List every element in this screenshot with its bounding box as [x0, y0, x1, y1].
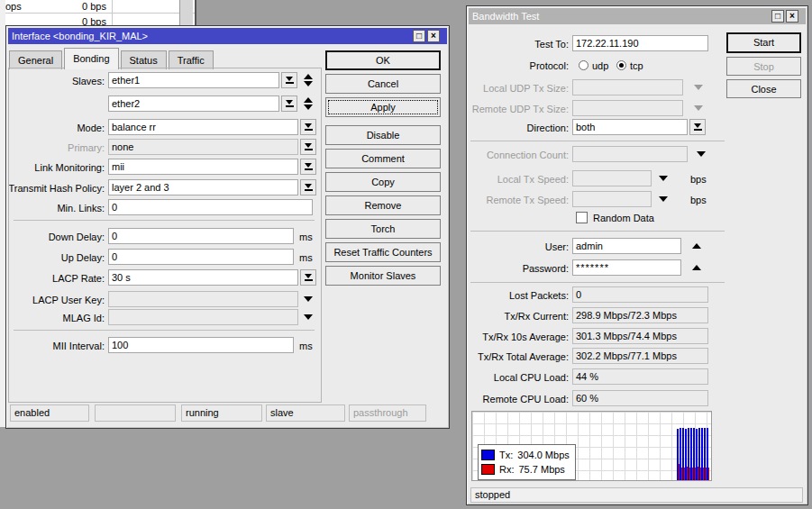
password-label: Password:	[523, 260, 569, 277]
local-tx-speed-dropdown-icon[interactable]	[659, 176, 668, 181]
local-tx-speed-input[interactable]	[572, 170, 652, 186]
close-button[interactable]: ×	[427, 30, 440, 42]
protocol-label: Protocol:	[530, 58, 569, 74]
txrx-current-value: 298.9 Mbps/72.3 Mbps	[572, 307, 708, 323]
tab-general[interactable]: General	[9, 50, 62, 69]
direction-input[interactable]: both	[572, 119, 688, 135]
bandwidth-test-window: Bandwidth Test □ × Test To: 172.22.11.19…	[466, 5, 808, 505]
txrx-current-label: Tx/Rx Current:	[504, 308, 569, 324]
status-running: running	[181, 404, 262, 422]
scrollbar[interactable]	[179, 0, 193, 25]
local-cpu-load-label: Local CPU Load:	[494, 369, 569, 386]
remote-tx-speed-unit: bps	[690, 192, 707, 208]
close-button-action[interactable]: Close	[726, 79, 801, 98]
tx-legend-label: Tx:	[499, 450, 513, 460]
remote-tx-speed-label: Remote Tx Speed:	[486, 192, 569, 208]
apply-button[interactable]: Apply	[325, 97, 441, 117]
user-label: User:	[545, 239, 569, 255]
bonding-tab-panel	[8, 68, 322, 403]
tx-legend-swatch	[481, 450, 495, 460]
lost-packets-label: Lost Packets:	[509, 287, 569, 304]
bandwidth-window-title: Bandwidth Test	[472, 11, 539, 22]
disable-button[interactable]: Disable	[325, 125, 441, 145]
local-udp-tx-size-input[interactable]	[572, 79, 683, 95]
connection-count-label: Connection Count:	[487, 147, 569, 163]
password-expand-icon[interactable]	[692, 265, 701, 270]
txrx-total-average-label: Tx/Rx Total Average:	[478, 349, 569, 365]
lost-packets-value: 0	[572, 286, 708, 303]
remote-cpu-load-label: Remote CPU Load:	[483, 391, 569, 407]
remote-tx-speed-dropdown-icon[interactable]	[659, 196, 668, 202]
remote-cpu-load-value: 60 %	[572, 390, 708, 406]
rx-legend-swatch	[481, 464, 495, 475]
random-data-checkbox[interactable]	[576, 212, 588, 223]
rx-legend-label: Rx:	[499, 464, 515, 475]
local-udp-tx-size-dropdown-icon[interactable]	[694, 85, 703, 90]
separator	[470, 231, 725, 232]
random-data-label: Random Data	[593, 210, 654, 226]
interface-window-title: Interface <bonding_KIR_MAL>	[12, 31, 148, 41]
tab-bonding[interactable]: Bonding	[64, 48, 118, 69]
separator	[470, 141, 725, 141]
test-to-input[interactable]: 172.22.11.190	[572, 35, 708, 51]
remote-udp-tx-size-label: Remote UDP Tx Size:	[472, 101, 569, 117]
local-cpu-load-value: 44 %	[572, 368, 708, 385]
bandwidth-status-bar: stopped	[470, 487, 803, 503]
bandwidth-window-titlebar[interactable]: Bandwidth Test □ ×	[469, 8, 806, 24]
password-input[interactable]: *******	[572, 259, 681, 276]
connection-count-dropdown-icon[interactable]	[697, 151, 706, 157]
remove-button[interactable]: Remove	[325, 195, 441, 215]
txrx-total-average-value: 302.2 Mbps/77.1 Mbps	[572, 348, 708, 364]
txrx-10s-average-value: 301.3 Mbps/74.4 Mbps	[572, 328, 708, 344]
interface-window-titlebar[interactable]: Interface <bonding_KIR_MAL> □ ×	[8, 28, 447, 44]
tx-legend-value: 304.0 Mbps	[517, 450, 569, 460]
stop-button[interactable]: Stop	[726, 57, 801, 76]
protocol-tcp-radio[interactable]	[616, 60, 626, 70]
maximize-button[interactable]: □	[771, 10, 784, 23]
status-slave: slave	[266, 404, 345, 422]
user-expand-icon[interactable]	[692, 243, 701, 249]
close-button[interactable]: ×	[786, 10, 798, 23]
table-column-divider	[112, 0, 113, 25]
tab-status[interactable]: Status	[121, 50, 167, 69]
interface-window: Interface <bonding_KIR_MAL> □ × General …	[5, 25, 450, 429]
direction-dropdown-icon[interactable]	[689, 119, 706, 135]
traffic-bars	[677, 412, 709, 480]
status-passthrough: passthrough	[349, 404, 426, 422]
status-empty	[95, 404, 176, 422]
test-to-label: Test To:	[534, 36, 569, 52]
connection-count-input[interactable]	[572, 146, 688, 162]
interface-tabs: General Bonding Status Traffic	[9, 49, 215, 69]
traffic-legend: Tx: 304.0 Mbps Rx: 75.7 Mbps	[478, 444, 576, 480]
start-button[interactable]: Start	[726, 32, 801, 53]
direction-label: Direction:	[527, 120, 569, 136]
status-enabled: enabled	[10, 404, 89, 422]
user-input[interactable]: admin	[572, 238, 681, 254]
remote-tx-speed-input[interactable]	[572, 191, 652, 207]
copy-button[interactable]: Copy	[325, 172, 441, 192]
local-tx-speed-label: Local Tx Speed:	[497, 171, 569, 187]
comment-button[interactable]: Comment	[325, 149, 441, 168]
ok-button[interactable]: OK	[325, 50, 441, 70]
protocol-tcp-label: tcp	[630, 58, 643, 74]
tab-traffic[interactable]: Traffic	[169, 50, 214, 69]
txrx-10s-average-label: Tx/Rx 10s Average:	[482, 329, 569, 345]
local-udp-tx-size-label: Local UDP Tx Size:	[483, 80, 569, 96]
monitor-slaves-button[interactable]: Monitor Slaves	[325, 266, 441, 286]
protocol-udp-label: udp	[592, 58, 608, 74]
background-table-fragment: ops 0 bps 0 bps	[5, 0, 196, 25]
table-row-divider	[5, 13, 195, 14]
cancel-button[interactable]: Cancel	[325, 74, 441, 94]
remote-udp-tx-size-input[interactable]	[572, 100, 683, 116]
torch-button[interactable]: Torch	[325, 219, 441, 239]
local-tx-speed-unit: bps	[690, 171, 707, 187]
protocol-udp-radio[interactable]	[579, 60, 588, 70]
separator	[470, 282, 725, 283]
rx-legend-value: 75.7 Mbps	[519, 464, 565, 475]
reset-traffic-counters-button[interactable]: Reset Traffic Counters	[325, 242, 441, 262]
remote-udp-tx-size-dropdown-icon[interactable]	[694, 105, 703, 111]
maximize-button[interactable]: □	[413, 30, 425, 42]
traffic-graph: Tx: 304.0 Mbps Rx: 75.7 Mbps	[471, 411, 712, 481]
